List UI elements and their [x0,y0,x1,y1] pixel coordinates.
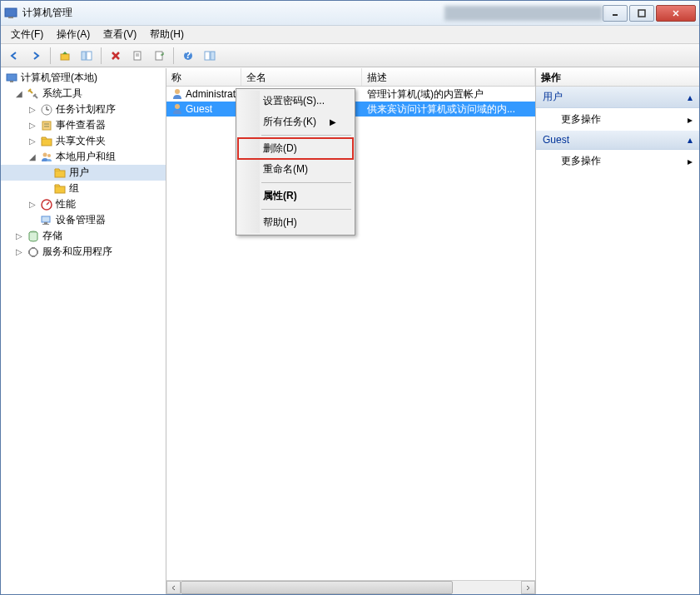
expand-icon[interactable]: ▷ [27,105,37,115]
action-group-guest[interactable]: Guest ▴ [536,131,699,150]
context-set-password[interactable]: 设置密码(S)... [238,91,353,112]
submenu-arrow-icon: ▸ [688,114,693,126]
help-button[interactable]: ? [178,47,198,65]
collapse-chevron-icon: ▴ [688,92,693,103]
show-hide-action-button[interactable] [200,47,220,65]
context-help[interactable]: 帮助(H) [238,212,353,233]
tree-performance[interactable]: ▷ 性能 [1,196,166,212]
tree-storage[interactable]: ▷ 存储 [1,228,166,244]
close-button[interactable] [656,5,696,22]
collapse-icon[interactable]: ◢ [14,89,24,99]
action-more-users[interactable]: 更多操作 ▸ [536,108,699,131]
tree-label: 系统工具 [42,87,82,101]
collapse-icon[interactable]: ◢ [27,152,37,162]
tree-local-users-groups[interactable]: ◢ 本地用户和组 [1,149,166,165]
scroll-right-button[interactable] [521,581,535,594]
menu-help[interactable]: 帮助(H) [143,26,191,43]
cell-name: Guest [186,103,212,115]
scroll-track[interactable] [181,581,521,594]
menu-action[interactable]: 操作(A) [50,26,97,43]
svg-text:?: ? [185,50,191,61]
svg-rect-36 [42,224,49,225]
tree-label: 设备管理器 [56,213,106,227]
list-pane: 称 全名 描述 Administrat... 管理计算机(域)的内置帐户 Gu [166,68,536,594]
services-icon [27,245,40,259]
tree-system-tools[interactable]: ◢ 系统工具 [1,86,166,102]
svg-rect-34 [42,216,50,222]
collapse-chevron-icon: ▴ [688,134,693,146]
context-properties[interactable]: 属性(R) [238,186,353,206]
action-group-users[interactable]: 用户 ▴ [536,87,699,108]
maximize-button[interactable] [629,5,654,22]
tree-device-manager[interactable]: 设备管理器 [1,212,166,228]
computer-icon [5,72,18,85]
delete-button[interactable] [106,47,126,65]
cell-description: 管理计算机(域)的内置帐户 [362,87,535,102]
submenu-arrow-icon: ▸ [688,156,693,167]
tree-root[interactable]: 计算机管理(本地) [1,70,166,86]
svg-rect-0 [5,8,17,17]
context-all-tasks[interactable]: 所有任务(K)▶ [238,112,353,132]
properties-button[interactable] [127,47,147,65]
tree-label: 用户 [69,166,89,180]
menu-view[interactable]: 查看(V) [97,26,143,43]
clock-icon [40,103,53,117]
tree-label: 事件查看器 [56,118,106,132]
column-fullname[interactable]: 全名 [241,68,362,86]
svg-rect-39 [32,247,35,249]
tree-shared-folders[interactable]: ▷ 共享文件夹 [1,133,166,149]
tree-services-apps[interactable]: ▷ 服务和应用程序 [1,244,166,260]
toolbar-separator [50,47,51,64]
svg-rect-31 [55,186,65,193]
toolbar-separator [101,47,102,64]
svg-rect-6 [61,54,69,60]
column-description[interactable]: 描述 [362,68,535,86]
svg-rect-3 [638,10,645,17]
svg-rect-17 [205,52,210,60]
action-more-guest[interactable]: 更多操作 ▸ [536,150,699,172]
back-button[interactable] [4,47,24,65]
tree-label: 组 [69,181,79,196]
svg-point-44 [175,104,180,109]
forward-button[interactable] [26,47,46,65]
app-window: 计算机管理 文件(F) 操作(A) 查看(V) 帮助(H) ? [0,0,700,595]
tree-label: 任务计划程序 [56,102,116,117]
minimize-button[interactable] [603,5,628,22]
expand-icon[interactable]: ▷ [27,121,37,131]
scroll-thumb[interactable] [181,581,453,594]
titlebar[interactable]: 计算机管理 [1,1,699,26]
svg-rect-41 [28,250,30,254]
menu-file[interactable]: 文件(F) [4,26,50,43]
tree-task-scheduler[interactable]: ▷ 任务计划程序 [1,102,166,117]
tree-pane[interactable]: 计算机管理(本地) ◢ 系统工具 ▷ 任务计划程序 ▷ 事件查看器 ▷ 共享文件… [1,68,166,594]
expand-icon[interactable]: ▷ [27,136,37,146]
column-name[interactable]: 称 [166,68,241,86]
context-rename[interactable]: 重命名(M) [238,159,353,180]
scroll-left-button[interactable] [166,581,181,594]
horizontal-scrollbar[interactable] [166,580,535,594]
svg-rect-40 [32,255,35,257]
context-menu: 设置密码(S)... 所有任务(K)▶ 删除(D) 重命名(M) 属性(R) 帮… [236,88,355,236]
cell-description: 供来宾访问计算机或访问域的内... [362,102,535,117]
submenu-arrow-icon: ▶ [330,117,336,126]
svg-point-43 [175,89,180,94]
svg-point-29 [47,154,51,157]
tree-event-viewer[interactable]: ▷ 事件查看器 [1,117,166,133]
expand-icon[interactable]: ▷ [14,247,24,257]
context-separator [261,209,351,210]
tree-users[interactable]: 用户 [1,165,166,181]
tools-icon [27,87,40,101]
svg-rect-20 [10,81,13,82]
tree-groups[interactable]: 组 [1,181,166,196]
expand-icon[interactable]: ▷ [14,231,24,241]
tree-label: 性能 [56,197,76,211]
expand-icon[interactable]: ▷ [27,200,37,210]
up-button[interactable] [55,47,75,65]
context-separator [261,135,351,136]
main-area: 计算机管理(本地) ◢ 系统工具 ▷ 任务计划程序 ▷ 事件查看器 ▷ 共享文件… [1,67,699,594]
export-button[interactable] [149,47,169,65]
context-delete[interactable]: 删除(D) [238,138,353,159]
user-icon [171,103,183,115]
app-icon [4,7,17,20]
show-hide-tree-button[interactable] [77,47,97,65]
